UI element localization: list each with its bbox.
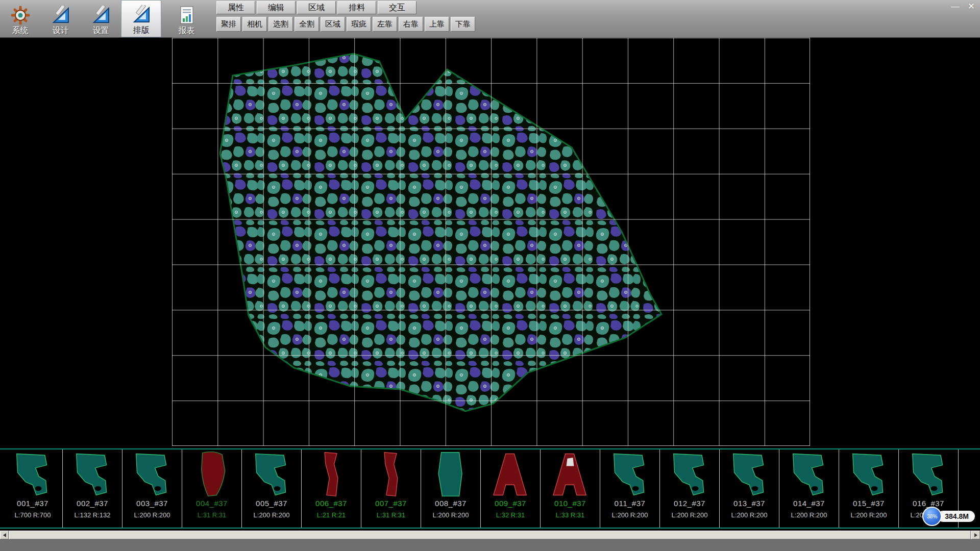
nav-settings-button[interactable]: 设置 xyxy=(81,0,121,37)
nav-button-label: 排版 xyxy=(133,26,150,35)
part-shape xyxy=(905,450,952,498)
part-shape xyxy=(726,450,773,498)
menu-tab-nesting[interactable]: 排料 xyxy=(337,1,376,14)
part-shape xyxy=(427,450,474,498)
nested-hide-shape[interactable] xyxy=(172,38,810,446)
part-thumbnail[interactable]: 003_#37L:200 R:200 xyxy=(122,449,182,528)
part-shape xyxy=(69,450,116,498)
part-counts: L:31 R:31 xyxy=(198,511,226,519)
tool-region-button[interactable]: 区域 xyxy=(321,17,345,32)
close-button[interactable]: ✕ xyxy=(968,2,975,12)
part-label: 010_#37 xyxy=(554,499,586,508)
part-label: 001_#37 xyxy=(17,499,48,508)
part-shape xyxy=(606,450,653,498)
part-thumbnail[interactable]: 004_#37L:31 R:31 xyxy=(182,449,242,528)
gear-icon xyxy=(11,5,30,26)
part-shape xyxy=(308,450,355,498)
part-thumbnail[interactable]: 005_#37L:200 R:200 xyxy=(242,449,302,528)
part-shape xyxy=(487,450,534,498)
tool-cut-all-button[interactable]: 全割 xyxy=(295,17,319,32)
part-shape xyxy=(9,450,56,498)
part-thumbnail[interactable]: 013_#37L:200 R:200 xyxy=(720,449,779,528)
nav-big-buttons: 系统 设计 设置 排版 报表 xyxy=(0,0,207,37)
part-thumbnail[interactable]: 012_#37L:200 R:200 xyxy=(660,449,720,528)
part-counts: L:200 R:200 xyxy=(254,511,290,519)
part-counts: L:700 R:700 xyxy=(15,511,51,519)
scroll-right-button[interactable] xyxy=(971,531,980,539)
menu-tab-interact[interactable]: 交互 xyxy=(378,1,416,14)
tool-button-row: 聚排相机选割全割区域瑕疵左靠右靠上靠下靠 xyxy=(216,17,475,32)
menu-tab-row: 属性编辑区域排料交互 xyxy=(216,1,416,14)
part-thumbnail[interactable]: 001_#37L:700 R:700 xyxy=(3,449,63,528)
part-counts: L:200 R:200 xyxy=(791,511,827,519)
part-shape xyxy=(368,450,414,498)
part-thumbnail[interactable]: 008_#37L:200 R:200 xyxy=(421,449,481,528)
tool-align-bottom-button[interactable]: 下靠 xyxy=(451,17,475,32)
minimize-button[interactable]: — xyxy=(951,2,960,12)
tool-align-top-button[interactable]: 上靠 xyxy=(425,17,449,32)
progress-percent: 38% xyxy=(927,514,937,519)
menu-tab-properties[interactable]: 属性 xyxy=(216,1,255,14)
scroll-left-icon xyxy=(3,533,6,537)
part-shape xyxy=(188,450,235,498)
nav-report-button[interactable]: 报表 xyxy=(166,0,207,37)
nav-layout-button[interactable]: 排版 xyxy=(121,0,161,37)
part-counts: L:132 R:132 xyxy=(75,511,111,519)
part-label: 008_#37 xyxy=(435,499,467,508)
tool-align-right-button[interactable]: 右靠 xyxy=(399,17,423,32)
h-scrollbar[interactable] xyxy=(0,531,980,539)
status-area: 38% 384.8M xyxy=(922,507,975,526)
progress-badge: 38% xyxy=(922,507,942,526)
leather-hide-outline[interactable] xyxy=(220,54,662,411)
part-label: 002_#37 xyxy=(77,499,108,508)
part-shape xyxy=(547,450,594,498)
nav-button-label: 报表 xyxy=(179,26,195,35)
scroll-left-button[interactable] xyxy=(0,531,9,539)
part-shape xyxy=(786,450,832,498)
part-thumbnail[interactable]: 014_#37L:200 R:200 xyxy=(779,449,839,528)
tool-align-left-button[interactable]: 左靠 xyxy=(373,17,397,32)
part-counts: L:200 R:200 xyxy=(851,511,887,519)
memory-usage-label: 384.8M xyxy=(938,511,975,522)
tool-defect-button[interactable]: 瑕疵 xyxy=(347,17,371,32)
part-thumbnail[interactable]: 011_#37L:200 R:200 xyxy=(600,449,660,528)
part-label: 009_#37 xyxy=(495,499,526,508)
main-toolbar: 系统 设计 设置 排版 报表 属性编辑区域排料交互 聚排相机选割全割区域瑕疵左靠… xyxy=(0,0,980,38)
part-label: 007_#37 xyxy=(375,499,407,508)
part-counts: L:33 R:31 xyxy=(556,511,584,519)
part-thumbnail[interactable]: 006_#37L:21 R:21 xyxy=(302,449,361,528)
part-counts: L:200 R:200 xyxy=(612,511,648,519)
part-thumbnail[interactable]: 010_#37L:33 R:31 xyxy=(541,449,600,528)
part-thumbnail[interactable]: 007_#37L:31 R:31 xyxy=(361,449,421,528)
part-label: 014_#37 xyxy=(793,499,825,508)
nav-design-button[interactable]: 设计 xyxy=(40,0,81,37)
nav-system-button[interactable]: 系统 xyxy=(0,0,40,37)
menu-tab-edit[interactable]: 编辑 xyxy=(257,1,296,14)
bottom-bar xyxy=(0,539,980,551)
tool-select-cut-button[interactable]: 选割 xyxy=(268,17,293,32)
part-shape xyxy=(845,450,892,498)
h-scrollbar-thumb[interactable] xyxy=(9,531,971,539)
part-thumbnail[interactable]: 009_#37L:32 R:31 xyxy=(481,449,541,528)
part-label: 004_#37 xyxy=(196,499,228,508)
part-shape xyxy=(666,450,713,498)
part-label: 011_#37 xyxy=(615,499,646,508)
part-thumbnail[interactable]: 015_#37L:200 R:200 xyxy=(839,449,899,528)
tool-cluster-button[interactable]: 聚排 xyxy=(216,17,241,32)
part-thumbnail[interactable]: 002_#37L:132 R:132 xyxy=(63,449,122,528)
part-counts: L:200 R:200 xyxy=(134,511,170,519)
tool-camera-button[interactable]: 相机 xyxy=(242,17,267,32)
part-counts: L:200 R:200 xyxy=(433,511,469,519)
nesting-canvas[interactable] xyxy=(0,38,980,448)
part-label: 015_#37 xyxy=(853,499,885,508)
part-counts: L:21 R:21 xyxy=(317,511,346,519)
nav-button-label: 设计 xyxy=(53,26,69,35)
set-square-icon xyxy=(91,5,111,26)
part-label: 012_#37 xyxy=(674,499,705,508)
part-label: 006_#37 xyxy=(315,499,347,508)
menu-tab-region[interactable]: 区域 xyxy=(297,1,336,14)
nav-button-label: 设置 xyxy=(93,26,109,35)
nesting-grid-area[interactable] xyxy=(172,38,810,446)
part-label: 003_#37 xyxy=(136,499,168,508)
part-counts: L:200 R:200 xyxy=(672,511,708,519)
